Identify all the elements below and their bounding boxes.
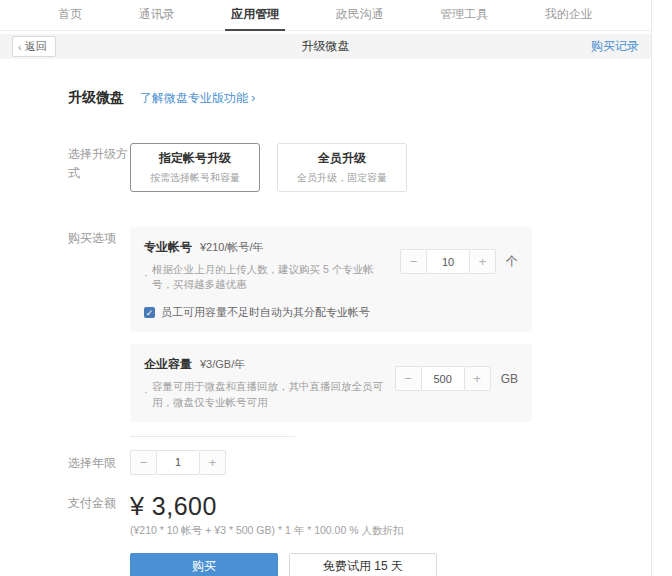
pro-account-quantity-input[interactable]: 10 xyxy=(427,249,469,274)
mode-card-all-members[interactable]: 全员升级 全员升级，固定容量 xyxy=(277,143,407,192)
section-divider xyxy=(130,436,295,437)
page-title: 升级微盘 xyxy=(0,38,651,55)
purchase-options-row: 购买选项 专业帐号 ¥210/帐号/年 根据企业上月的上传人数，建议购买 5 个… xyxy=(68,227,651,422)
stepper-unit-label: GB xyxy=(501,372,518,386)
pro-account-panel: 专业帐号 ¥210/帐号/年 根据企业上月的上传人数，建议购买 5 个专业帐号，… xyxy=(130,227,532,332)
auto-assign-checkbox-row: ✓ 员工可用容量不足时自动为其分配专业帐号 xyxy=(144,305,518,320)
upgrade-mode-label: 选择升级方式 xyxy=(68,143,130,192)
tab-my-company[interactable]: 我的企业 xyxy=(539,0,599,31)
tab-admin-tools[interactable]: 管理工具 xyxy=(434,0,494,31)
payment-formula: (¥210 * 10 帐号 + ¥3 * 500 GB) * 1 年 * 100… xyxy=(130,524,651,538)
years-quantity-input[interactable]: 1 xyxy=(157,450,199,475)
stepper-unit-label: 个 xyxy=(506,253,518,270)
capacity-stepper: − 500 + GB xyxy=(395,366,518,391)
learn-features-link[interactable]: 了解微盘专业版功能 › xyxy=(140,90,255,107)
minus-button[interactable]: − xyxy=(130,450,157,475)
payment-amount: ¥ 3,600 xyxy=(130,492,651,521)
capacity-title: 企业容量 xyxy=(144,356,192,373)
years-label: 选择年限 xyxy=(68,452,130,473)
mode-card-designated-accounts[interactable]: 指定帐号升级 按需选择帐号和容量 xyxy=(130,143,260,192)
checkbox-checked-icon[interactable]: ✓ xyxy=(144,307,155,318)
tab-app-management[interactable]: 应用管理 xyxy=(225,0,285,31)
mode-card-title: 全员升级 xyxy=(318,150,366,167)
plus-button[interactable]: + xyxy=(464,366,491,391)
free-trial-button[interactable]: 免费试用 15 天 xyxy=(289,553,437,576)
years-field: − 1 + xyxy=(130,450,651,475)
tab-communication[interactable]: 政民沟通 xyxy=(330,0,390,31)
auto-assign-checkbox-label: 员工可用容量不足时自动为其分配专业帐号 xyxy=(161,305,370,320)
capacity-description: 容量可用于微盘和直播回放，其中直播回放全员可用，微盘仅专业帐号可用 xyxy=(144,379,392,409)
payment-label: 支付金额 xyxy=(68,492,130,538)
mode-card-subtitle: 按需选择帐号和容量 xyxy=(150,171,240,185)
buy-button[interactable]: 购买 xyxy=(130,553,278,576)
minus-button[interactable]: − xyxy=(400,249,427,274)
page-header: 升级微盘 ‹ 返回 购买记录 xyxy=(0,34,651,59)
years-stepper: − 1 + xyxy=(130,450,651,475)
section-heading: 升级微盘 xyxy=(68,89,124,107)
purchase-options-field: 专业帐号 ¥210/帐号/年 根据企业上月的上传人数，建议购买 5 个专业帐号，… xyxy=(130,227,651,422)
upgrade-mode-options: 指定帐号升级 按需选择帐号和容量 全员升级 全员升级，固定容量 xyxy=(130,143,651,192)
pro-account-stepper: − 10 + 个 xyxy=(400,249,518,274)
top-navigation: 首页 通讯录 应用管理 政民沟通 管理工具 我的企业 xyxy=(0,0,651,31)
tab-contacts[interactable]: 通讯录 xyxy=(133,0,181,31)
upgrade-wedrive-page: 首页 通讯录 应用管理 政民沟通 管理工具 我的企业 升级微盘 ‹ 返回 购买记… xyxy=(0,0,672,576)
mode-card-subtitle: 全员升级，固定容量 xyxy=(297,171,387,185)
purchase-records-link[interactable]: 购买记录 xyxy=(591,38,639,55)
payment-row: 支付金额 ¥ 3,600 (¥210 * 10 帐号 + ¥3 * 500 GB… xyxy=(68,492,651,538)
plus-button[interactable]: + xyxy=(199,450,226,475)
app-shell: 首页 通讯录 应用管理 政民沟通 管理工具 我的企业 升级微盘 ‹ 返回 购买记… xyxy=(0,0,652,576)
tab-home[interactable]: 首页 xyxy=(52,0,88,31)
pro-account-title: 专业帐号 xyxy=(144,239,192,256)
pro-account-price: ¥210/帐号/年 xyxy=(200,240,264,255)
pro-account-description: 根据企业上月的上传人数，建议购买 5 个专业帐号，买得越多越优惠 xyxy=(144,262,392,292)
heading-row: 升级微盘 了解微盘专业版功能 › xyxy=(68,89,651,107)
payment-field: ¥ 3,600 (¥210 * 10 帐号 + ¥3 * 500 GB) * 1… xyxy=(130,492,651,538)
minus-button[interactable]: − xyxy=(395,366,422,391)
purchase-options-label: 购买选项 xyxy=(68,227,130,422)
actions-row: 购买 免费试用 15 天 xyxy=(130,553,651,576)
main-content: 升级微盘 了解微盘专业版功能 › 选择升级方式 指定帐号升级 按需选择帐号和容量… xyxy=(0,89,651,576)
upgrade-mode-row: 选择升级方式 指定帐号升级 按需选择帐号和容量 全员升级 全员升级，固定容量 xyxy=(68,143,651,192)
capacity-panel: 企业容量 ¥3/GB/年 容量可用于微盘和直播回放，其中直播回放全员可用，微盘仅… xyxy=(130,344,532,421)
mode-card-title: 指定帐号升级 xyxy=(159,150,231,167)
plus-button[interactable]: + xyxy=(469,249,496,274)
years-row: 选择年限 − 1 + xyxy=(68,450,651,475)
capacity-price: ¥3/GB/年 xyxy=(200,357,245,372)
capacity-quantity-input[interactable]: 500 xyxy=(422,366,464,391)
